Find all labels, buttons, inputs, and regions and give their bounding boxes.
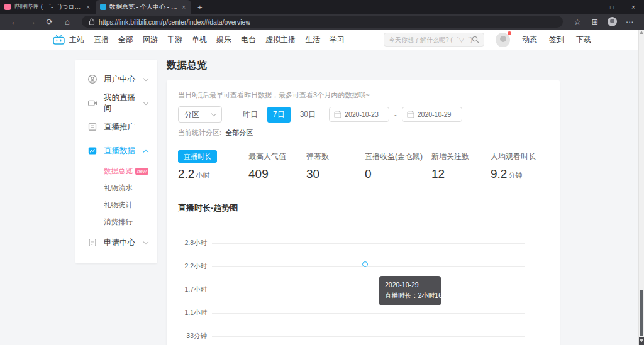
chart-tooltip: 2020-10-29 直播时长：2小时16分 <box>379 276 441 305</box>
sidebar-item-label: 直播数据 <box>104 146 135 156</box>
user-avatar[interactable] <box>496 33 510 47</box>
nav-item-single-player[interactable]: 单机 <box>192 35 207 45</box>
chart-icon <box>87 146 97 156</box>
refresh-icon[interactable]: ⟳ <box>42 17 58 26</box>
nav-item-radio[interactable]: 电台 <box>241 35 256 45</box>
browser-navbar: ← → ⟳ ⌂ https://link.bilibili.com/p/cent… <box>0 14 644 30</box>
bilibili-link-favicon <box>100 4 106 10</box>
stat-danmaku-count: 弹幕数 30 <box>306 150 365 181</box>
stat-unit: 小时 <box>196 172 209 179</box>
gridline <box>212 336 525 337</box>
notification-dot <box>508 31 511 35</box>
sidebar-item-live-data[interactable]: 直播数据 <box>75 139 157 163</box>
new-tab-button[interactable]: + <box>197 3 203 12</box>
nav-item-main-site[interactable]: 主站 <box>69 35 84 45</box>
sidebar-subitem-label: 礼物统计 <box>104 200 133 210</box>
favorites-star-icon[interactable]: ☆ <box>569 17 586 26</box>
search-box[interactable] <box>384 33 484 47</box>
stat-label[interactable]: 人均观看时长 <box>491 150 548 163</box>
home-icon[interactable]: ⌂ <box>59 18 75 26</box>
stat-peak-popularity: 最高人气值 409 <box>248 150 306 181</box>
close-window-button[interactable]: × <box>623 0 644 14</box>
window-controls: — □ × <box>580 0 644 14</box>
stat-number: 0 <box>365 167 372 180</box>
page-scrollbar[interactable] <box>638 30 644 345</box>
nav-item-entertainment[interactable]: 娱乐 <box>216 35 231 45</box>
y-axis-tick: 2.8小时 <box>178 239 207 248</box>
range-7day-button[interactable]: 7日 <box>267 107 291 123</box>
stat-label[interactable]: 直播收益(金仓鼠) <box>365 150 431 163</box>
sidebar-subitem-gift-stats[interactable]: 礼物统计 <box>75 197 157 214</box>
calendar-icon <box>334 111 341 118</box>
stat-value: 2.2小时 <box>178 167 248 181</box>
current-partition-value: 全部分区 <box>225 129 253 136</box>
maximize-button[interactable]: □ <box>601 0 623 14</box>
y-axis-tick: 1.7小时 <box>178 285 207 294</box>
address-bar[interactable]: https://link.bilibili.com/p/center/index… <box>82 16 563 28</box>
date-from-picker[interactable]: 2020-10-23 <box>329 107 389 122</box>
chevron-up-icon <box>143 149 148 154</box>
site-nav: 主站 直播 全部 网游 手游 单机 娱乐 电台 虚拟主播 生活 学习 <box>69 35 345 45</box>
bilibili-tv-logo[interactable] <box>53 35 65 45</box>
stat-label[interactable]: 新增关注数 <box>431 150 491 163</box>
stat-number: 2.2 <box>178 167 194 180</box>
nav-item-mobile-games[interactable]: 手游 <box>167 35 182 45</box>
tab-title: 数据总览 - 个人中心 - bilibili link <box>109 3 177 11</box>
date-to-value: 2020-10-29 <box>418 111 452 118</box>
sidebar-item-user-center[interactable]: 用户中心 <box>75 67 157 91</box>
sidebar-subitem-spending-rank[interactable]: 消费排行 <box>75 214 157 231</box>
nav-item-life[interactable]: 生活 <box>305 35 320 45</box>
nav-item-study[interactable]: 学习 <box>330 35 345 45</box>
page-title: 数据总览 <box>167 59 560 72</box>
tab-close-icon[interactable]: × <box>85 4 91 11</box>
settings-menu-icon[interactable]: ⋯ <box>621 17 638 26</box>
search-icon[interactable] <box>472 36 479 43</box>
filter-bar: 分区 昨日 7日 30日 2020-10-23 - <box>178 106 548 123</box>
range-30day-button[interactable]: 30日 <box>294 107 321 123</box>
back-icon[interactable]: ← <box>6 18 23 26</box>
forward-icon[interactable]: → <box>24 18 40 26</box>
scrollbar-down-icon[interactable] <box>639 337 644 345</box>
stat-value: 30 <box>306 167 365 181</box>
sidebar-item-label: 直播推广 <box>104 122 135 133</box>
header-link-download[interactable]: 下载 <box>576 35 591 45</box>
sidebar-subitem-label: 数据总览 <box>104 167 133 176</box>
collections-icon[interactable]: ⊞ <box>587 17 603 26</box>
nav-item-all[interactable]: 全部 <box>118 35 133 45</box>
scrollbar-thumb[interactable] <box>640 290 643 336</box>
tab-close-icon[interactable]: × <box>180 4 187 11</box>
range-yesterday-button[interactable]: 昨日 <box>237 107 264 123</box>
stat-new-followers: 新增关注数 12 <box>431 150 491 181</box>
chart-data-point[interactable] <box>362 261 368 267</box>
camera-icon <box>87 98 97 108</box>
tab-bilibili-home[interactable]: 哔哩哔哩 ( ゜-゜)つロ 干杯~-bili × <box>0 0 96 14</box>
stat-label[interactable]: 最高人气值 <box>248 150 306 163</box>
browser-profile-avatar[interactable] <box>608 17 617 26</box>
sidebar-item-application-center[interactable]: 申请中心 <box>75 231 157 255</box>
tooltip-date: 2020-10-29 <box>385 280 435 290</box>
search-input[interactable] <box>389 36 472 43</box>
sidebar-subitem-data-overview[interactable]: 数据总览 new <box>75 163 157 180</box>
stat-label[interactable]: 弹幕数 <box>306 150 365 163</box>
sidebar-item-my-live-room[interactable]: 我的直播间 <box>75 91 157 115</box>
nav-item-pc-games[interactable]: 网游 <box>143 35 158 45</box>
application-icon <box>87 238 97 248</box>
header-link-checkin[interactable]: 签到 <box>549 35 564 45</box>
sidebar-item-live-promotion[interactable]: 直播推广 <box>75 115 157 139</box>
scrollbar-up-icon[interactable] <box>640 31 643 34</box>
chevron-down-icon <box>143 75 148 80</box>
gridline <box>212 313 525 314</box>
header-link-feed[interactable]: 动态 <box>522 35 537 45</box>
chart-crosshair-line <box>365 243 365 345</box>
stat-live-duration-tab[interactable]: 直播时长 <box>178 150 217 163</box>
chevron-down-icon <box>211 111 216 116</box>
minimize-button[interactable]: — <box>580 0 601 14</box>
tab-data-overview[interactable]: 数据总览 - 个人中心 - bilibili link × <box>96 0 191 14</box>
partition-select[interactable]: 分区 <box>178 106 222 123</box>
date-to-picker[interactable]: 2020-10-29 <box>402 107 462 122</box>
sidebar: 用户中心 我的直播间 直播推广 直播数据 数据总览 new 礼物流水 礼物统计 <box>75 60 157 263</box>
sidebar-subitem-gift-flow[interactable]: 礼物流水 <box>75 180 157 197</box>
nav-item-live[interactable]: 直播 <box>94 35 109 45</box>
nav-item-vtuber[interactable]: 虚拟主播 <box>265 35 296 45</box>
calendar-icon <box>407 111 414 118</box>
